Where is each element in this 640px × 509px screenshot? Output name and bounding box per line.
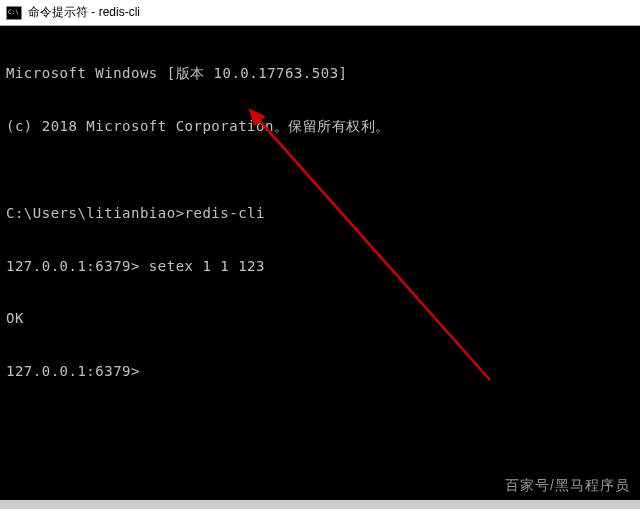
window-title: 命令提示符 - redis-cli bbox=[28, 4, 140, 21]
terminal-line: 127.0.0.1:6379> bbox=[6, 363, 634, 381]
command-prompt-window: 命令提示符 - redis-cli Microsoft Windows [版本 … bbox=[0, 0, 640, 500]
terminal-line: OK bbox=[6, 310, 634, 328]
cmd-icon bbox=[6, 6, 22, 20]
terminal-line: (c) 2018 Microsoft Corporation。保留所有权利。 bbox=[6, 118, 634, 136]
terminal-line: C:\Users\litianbiao>redis-cli bbox=[6, 205, 634, 223]
terminal-line: Microsoft Windows [版本 10.0.17763.503] bbox=[6, 65, 634, 83]
terminal-area[interactable]: Microsoft Windows [版本 10.0.17763.503] (c… bbox=[0, 26, 640, 419]
window-titlebar[interactable]: 命令提示符 - redis-cli bbox=[0, 0, 640, 26]
watermark-text: 百家号/黑马程序员 bbox=[505, 477, 630, 495]
terminal-line: 127.0.0.1:6379> setex 1 1 123 bbox=[6, 258, 634, 276]
